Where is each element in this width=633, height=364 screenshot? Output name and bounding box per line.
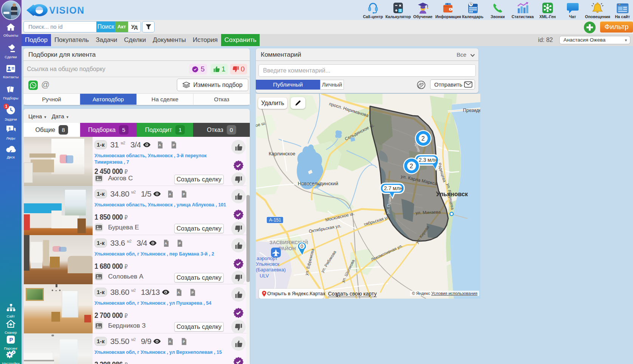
- svg-text:Карлинское: Карлинское: [269, 151, 295, 156]
- svg-text:P: P: [9, 336, 13, 343]
- svg-text:Ульяновск: Ульяновск: [256, 261, 279, 267]
- svg-text:A: A: [159, 143, 161, 147]
- svg-text:Президе: Президе: [463, 108, 480, 113]
- svg-text:VISION: VISION: [49, 5, 85, 15]
- svg-text:2.7 млн: 2.7 млн: [384, 185, 402, 191]
- svg-text:P: P: [172, 143, 175, 147]
- svg-text:A: A: [165, 242, 167, 245]
- svg-text:(Баратаевка): (Баратаевка): [256, 267, 286, 273]
- svg-text:А-151: А-151: [269, 217, 281, 223]
- svg-text:ул. Минаева: ул. Минаева: [416, 210, 441, 215]
- svg-text:P: P: [179, 242, 181, 245]
- svg-text:$: $: [9, 126, 11, 130]
- svg-text:2: 2: [421, 135, 425, 142]
- svg-text:2.3 млн: 2.3 млн: [419, 157, 437, 163]
- svg-text:P: P: [183, 340, 185, 344]
- svg-text:0: 0: [300, 243, 303, 249]
- svg-text:P: P: [191, 291, 193, 294]
- svg-text:2: 2: [410, 163, 413, 169]
- svg-text:ULV: ULV: [260, 273, 269, 279]
- svg-text:A: A: [169, 340, 171, 344]
- svg-text:Новосельдинский: Новосельдинский: [298, 181, 338, 186]
- svg-text:A: A: [178, 291, 180, 294]
- svg-text:РАЙОН: РАЙОН: [279, 246, 296, 251]
- svg-text:P: P: [183, 192, 185, 196]
- svg-text:A: A: [169, 192, 171, 196]
